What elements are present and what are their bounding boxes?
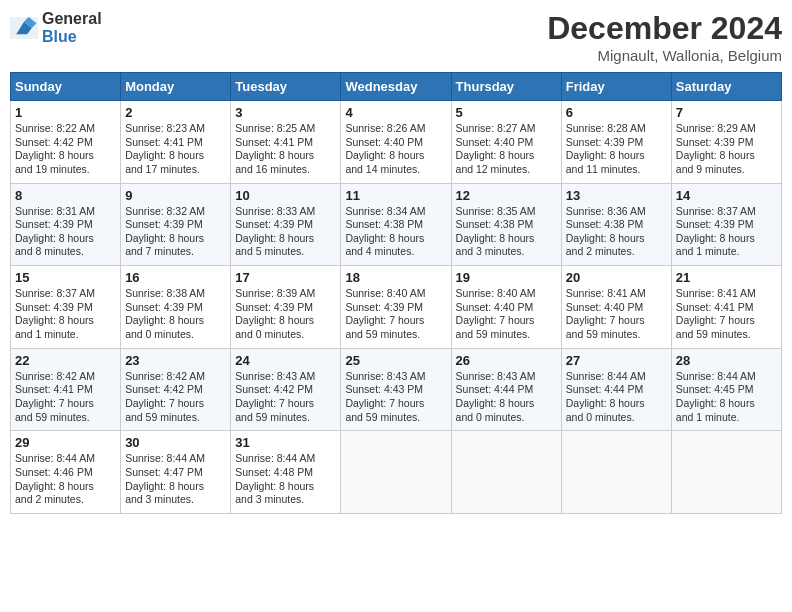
calendar-cell: 16Sunrise: 8:38 AMSunset: 4:39 PMDayligh… (121, 266, 231, 349)
day-info-line: Daylight: 8 hours (566, 397, 667, 411)
day-info-line: Sunrise: 8:37 AM (676, 205, 777, 219)
day-number: 27 (566, 353, 667, 368)
day-info-line: Sunrise: 8:43 AM (345, 370, 446, 384)
header-cell-wednesday: Wednesday (341, 73, 451, 101)
day-number: 7 (676, 105, 777, 120)
day-info-line: and 14 minutes. (345, 163, 446, 177)
calendar-cell (341, 431, 451, 514)
day-info-line: Sunrise: 8:27 AM (456, 122, 557, 136)
day-info-line: Daylight: 8 hours (566, 232, 667, 246)
day-info-line: Sunrise: 8:34 AM (345, 205, 446, 219)
day-number: 11 (345, 188, 446, 203)
day-info-line: Sunrise: 8:28 AM (566, 122, 667, 136)
day-number: 18 (345, 270, 446, 285)
calendar-cell: 12Sunrise: 8:35 AMSunset: 4:38 PMDayligh… (451, 183, 561, 266)
day-info-line: Sunrise: 8:44 AM (125, 452, 226, 466)
day-info-line: Sunset: 4:39 PM (235, 218, 336, 232)
calendar-cell: 7Sunrise: 8:29 AMSunset: 4:39 PMDaylight… (671, 101, 781, 184)
header: General Blue December 2024 Mignault, Wal… (10, 10, 782, 64)
day-info-line: Daylight: 8 hours (15, 232, 116, 246)
calendar-cell: 11Sunrise: 8:34 AMSunset: 4:38 PMDayligh… (341, 183, 451, 266)
day-info-line: Daylight: 7 hours (345, 397, 446, 411)
day-info-line: Sunset: 4:41 PM (676, 301, 777, 315)
day-info-line: Daylight: 8 hours (456, 232, 557, 246)
day-info-line: Sunset: 4:40 PM (456, 301, 557, 315)
logo-general: General (42, 10, 102, 27)
calendar-cell: 6Sunrise: 8:28 AMSunset: 4:39 PMDaylight… (561, 101, 671, 184)
day-info-line: Sunset: 4:44 PM (456, 383, 557, 397)
calendar-table: SundayMondayTuesdayWednesdayThursdayFrid… (10, 72, 782, 514)
day-info-line: Daylight: 8 hours (125, 232, 226, 246)
day-info-line: and 1 minute. (15, 328, 116, 342)
day-info-line: and 2 minutes. (15, 493, 116, 507)
day-info-line: and 3 minutes. (125, 493, 226, 507)
day-info-line: Sunset: 4:39 PM (566, 136, 667, 150)
day-info-line: Sunrise: 8:44 AM (15, 452, 116, 466)
day-info-line: Daylight: 8 hours (345, 149, 446, 163)
day-number: 12 (456, 188, 557, 203)
day-info-line: and 17 minutes. (125, 163, 226, 177)
day-info-line: Sunset: 4:41 PM (125, 136, 226, 150)
day-number: 10 (235, 188, 336, 203)
day-number: 9 (125, 188, 226, 203)
day-info-line: Daylight: 7 hours (15, 397, 116, 411)
logo: General Blue (10, 10, 102, 46)
day-info-line: and 16 minutes. (235, 163, 336, 177)
calendar-cell: 2Sunrise: 8:23 AMSunset: 4:41 PMDaylight… (121, 101, 231, 184)
day-info-line: Daylight: 8 hours (125, 480, 226, 494)
day-info-line: Sunset: 4:40 PM (566, 301, 667, 315)
header-cell-monday: Monday (121, 73, 231, 101)
day-info-line: Sunrise: 8:29 AM (676, 122, 777, 136)
day-info-line: and 59 minutes. (676, 328, 777, 342)
day-info-line: Sunset: 4:41 PM (235, 136, 336, 150)
day-info-line: Daylight: 8 hours (235, 149, 336, 163)
day-info-line: Daylight: 8 hours (456, 397, 557, 411)
header-cell-saturday: Saturday (671, 73, 781, 101)
day-info-line: Sunset: 4:42 PM (235, 383, 336, 397)
calendar-cell: 1Sunrise: 8:22 AMSunset: 4:42 PMDaylight… (11, 101, 121, 184)
day-info-line: Sunrise: 8:33 AM (235, 205, 336, 219)
day-info-line: Sunset: 4:47 PM (125, 466, 226, 480)
day-info-line: Sunset: 4:41 PM (15, 383, 116, 397)
day-info-line: and 59 minutes. (566, 328, 667, 342)
day-info-line: Sunrise: 8:43 AM (235, 370, 336, 384)
day-number: 25 (345, 353, 446, 368)
day-info-line: and 7 minutes. (125, 245, 226, 259)
day-info-line: Sunrise: 8:23 AM (125, 122, 226, 136)
day-info-line: Daylight: 8 hours (345, 232, 446, 246)
day-info-line: and 11 minutes. (566, 163, 667, 177)
day-info-line: and 5 minutes. (235, 245, 336, 259)
day-number: 4 (345, 105, 446, 120)
day-info-line: Sunset: 4:39 PM (125, 218, 226, 232)
day-number: 30 (125, 435, 226, 450)
day-info-line: and 59 minutes. (15, 411, 116, 425)
day-info-line: Sunrise: 8:36 AM (566, 205, 667, 219)
calendar-cell: 24Sunrise: 8:43 AMSunset: 4:42 PMDayligh… (231, 348, 341, 431)
day-info-line: Sunrise: 8:31 AM (15, 205, 116, 219)
day-info-line: and 3 minutes. (235, 493, 336, 507)
day-info-line: Sunrise: 8:42 AM (125, 370, 226, 384)
day-info-line: Sunrise: 8:42 AM (15, 370, 116, 384)
day-info-line: Daylight: 8 hours (235, 314, 336, 328)
day-number: 24 (235, 353, 336, 368)
calendar-cell: 31Sunrise: 8:44 AMSunset: 4:48 PMDayligh… (231, 431, 341, 514)
calendar-cell: 18Sunrise: 8:40 AMSunset: 4:39 PMDayligh… (341, 266, 451, 349)
day-number: 13 (566, 188, 667, 203)
calendar-cell (451, 431, 561, 514)
day-info-line: and 2 minutes. (566, 245, 667, 259)
day-number: 8 (15, 188, 116, 203)
day-info-line: and 12 minutes. (456, 163, 557, 177)
day-number: 16 (125, 270, 226, 285)
day-info-line: Daylight: 7 hours (125, 397, 226, 411)
day-number: 17 (235, 270, 336, 285)
day-info-line: Sunset: 4:46 PM (15, 466, 116, 480)
day-info-line: and 0 minutes. (566, 411, 667, 425)
calendar-cell (561, 431, 671, 514)
day-info-line: and 59 minutes. (456, 328, 557, 342)
calendar-cell: 10Sunrise: 8:33 AMSunset: 4:39 PMDayligh… (231, 183, 341, 266)
day-info-line: Daylight: 8 hours (15, 314, 116, 328)
day-info-line: Sunset: 4:39 PM (15, 301, 116, 315)
day-info-line: Daylight: 7 hours (235, 397, 336, 411)
calendar-cell: 14Sunrise: 8:37 AMSunset: 4:39 PMDayligh… (671, 183, 781, 266)
day-number: 6 (566, 105, 667, 120)
